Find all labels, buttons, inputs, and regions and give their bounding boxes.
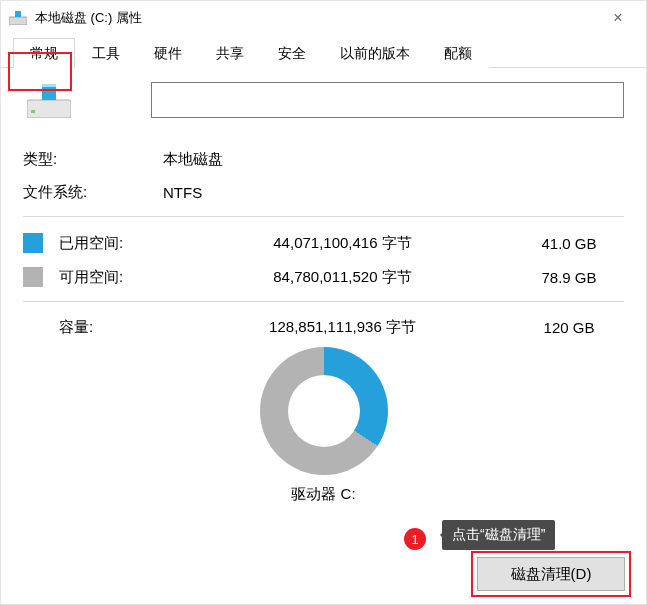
annotation-step-badge: 1 [404, 528, 426, 550]
tab-strip: 常规 工具 硬件 共享 安全 以前的版本 配额 [1, 35, 646, 68]
type-label: 类型: [23, 150, 163, 169]
free-swatch [23, 267, 43, 287]
tab-sharing[interactable]: 共享 [199, 38, 261, 68]
divider [23, 216, 624, 217]
annotation-tooltip: 点击“磁盘清理” [442, 520, 555, 550]
capacity-bytes: 128,851,111,936 字节 [171, 318, 514, 337]
tab-previous[interactable]: 以前的版本 [323, 38, 427, 68]
used-bytes: 44,071,100,416 字节 [171, 234, 514, 253]
drive-large-icon [27, 84, 71, 122]
used-label: 已用空间: [59, 234, 171, 253]
tab-hardware[interactable]: 硬件 [137, 38, 199, 68]
used-human: 41.0 GB [514, 235, 624, 252]
usage-pie-chart [260, 347, 388, 475]
svg-rect-5 [42, 84, 56, 87]
disk-cleanup-button[interactable]: 磁盘清理(D) [477, 557, 625, 591]
window-title: 本地磁盘 (C:) 属性 [35, 9, 598, 27]
divider [23, 301, 624, 302]
volume-name-input[interactable] [151, 82, 624, 118]
properties-window: 本地磁盘 (C:) 属性 × 常规 工具 硬件 共享 安全 以前的版本 配额 类… [0, 0, 647, 605]
close-icon[interactable]: × [598, 9, 638, 27]
tab-quota[interactable]: 配额 [427, 38, 489, 68]
free-label: 可用空间: [59, 268, 171, 287]
capacity-human: 120 GB [514, 319, 624, 336]
free-human: 78.9 GB [514, 269, 624, 286]
drive-icon [9, 11, 27, 25]
type-value: 本地磁盘 [163, 150, 223, 169]
svg-rect-1 [15, 11, 21, 17]
used-swatch [23, 233, 43, 253]
filesystem-label: 文件系统: [23, 183, 163, 202]
tab-tools[interactable]: 工具 [75, 38, 137, 68]
free-bytes: 84,780,011,520 字节 [171, 268, 514, 287]
drive-label: 驱动器 C: [291, 485, 355, 502]
titlebar: 本地磁盘 (C:) 属性 × [1, 1, 646, 35]
tab-security[interactable]: 安全 [261, 38, 323, 68]
capacity-label: 容量: [59, 318, 171, 337]
svg-rect-3 [31, 110, 35, 113]
tab-panel-general: 类型: 本地磁盘 文件系统: NTFS 已用空间: 44,071,100,416… [1, 68, 646, 504]
tab-general[interactable]: 常规 [13, 38, 75, 68]
filesystem-value: NTFS [163, 184, 202, 201]
svg-rect-2 [27, 100, 71, 118]
svg-rect-0 [9, 17, 27, 25]
